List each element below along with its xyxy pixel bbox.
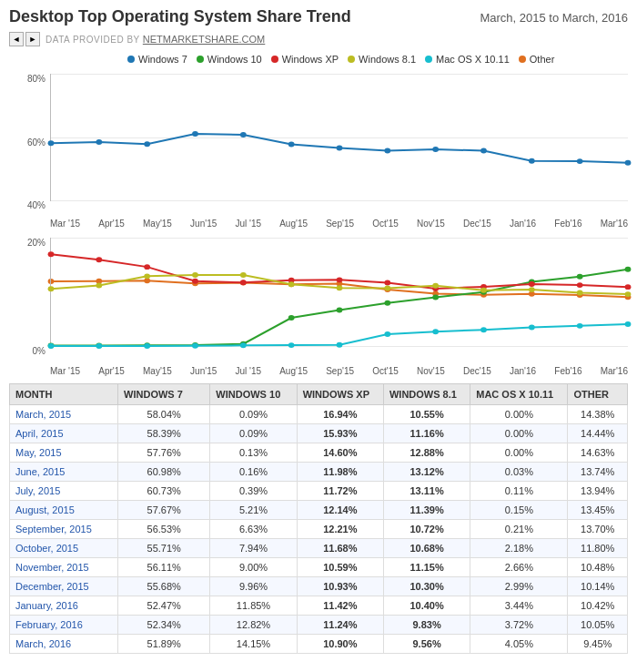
lower-y-0: 0% (18, 346, 46, 356)
table-cell-value: 10.05% (568, 616, 628, 635)
table-cell-value: 11.24% (297, 616, 383, 635)
table-cell-value: 7.94% (210, 539, 297, 558)
table-cell-value: 0.09% (210, 405, 297, 424)
table-cell-value: 9.00% (210, 558, 297, 577)
svg-point-9 (480, 148, 487, 154)
upper-y-60: 60% (18, 137, 46, 148)
svg-point-37 (577, 274, 583, 280)
table-cell-value: 58.04% (118, 405, 210, 424)
table-cell-value: 11.15% (383, 558, 470, 577)
legend-win10: Windows 10 (197, 54, 262, 65)
table-cell-value: 13.11% (383, 482, 470, 501)
nav-left-button[interactable]: ◄ (9, 32, 24, 46)
svg-point-7 (384, 148, 390, 153)
data-table: MONTH WINDOWS 7 WINDOWS 10 WINDOWS XP WI… (9, 383, 628, 654)
table-cell-value: 60.73% (118, 482, 210, 501)
table-cell-month: January, 2016 (10, 596, 118, 616)
upper-x-axis: Mar '15Apr'15May'15Jun'15Jul '15Aug'15Se… (50, 219, 628, 229)
table-cell-value: 0.00% (470, 424, 568, 443)
svg-point-38 (625, 267, 632, 272)
table-cell-value: 4.05% (470, 635, 568, 654)
table-cell-value: 10.30% (383, 577, 470, 596)
table-cell-value: 56.53% (118, 520, 210, 539)
upper-y-80: 80% (18, 74, 46, 84)
legend-mac-label: Mac OS X 10.11 (436, 54, 510, 65)
legend-win10-dot (197, 56, 204, 63)
svg-point-34 (432, 294, 439, 300)
svg-point-56 (240, 272, 247, 278)
svg-point-65 (48, 343, 55, 349)
table-row: June, 201560.98%0.16%11.98%13.12%0.03%13… (10, 463, 628, 482)
table-cell-value: 10.14% (568, 577, 628, 596)
svg-point-72 (384, 331, 390, 337)
table-header: MONTH WINDOWS 7 WINDOWS 10 WINDOWS XP WI… (10, 384, 628, 405)
svg-point-61 (480, 288, 487, 293)
table-cell-month: March, 2015 (10, 405, 118, 424)
table-cell-value: 5.21% (210, 501, 297, 520)
table-cell-value: 10.93% (297, 577, 383, 596)
svg-point-2 (144, 141, 150, 147)
table-cell-value: 52.47% (118, 596, 210, 616)
table-cell-value: 9.83% (383, 616, 470, 635)
svg-point-12 (625, 160, 632, 166)
svg-point-50 (577, 282, 583, 288)
th-win7: WINDOWS 7 (118, 384, 210, 405)
table-cell-month: July, 2015 (10, 482, 118, 501)
table-cell-value: 14.60% (297, 443, 383, 463)
table-row: March, 201651.89%14.15%10.90%9.56%4.05%9… (10, 635, 628, 654)
table-cell-value: 6.63% (210, 520, 297, 539)
table-cell-value: 14.44% (568, 424, 628, 443)
table-cell-value: 3.44% (470, 596, 568, 616)
table-cell-month: March, 2016 (10, 635, 118, 654)
table-cell-value: 51.89% (118, 635, 210, 654)
table-cell-value: 11.85% (210, 596, 297, 616)
lower-chart-inner (50, 238, 628, 347)
nav-right-button[interactable]: ► (25, 32, 40, 46)
lower-x-axis: Mar '15Apr'15May'15Jun'15Jul '15Aug'15Se… (50, 366, 628, 376)
table-cell-value: 10.55% (383, 405, 470, 424)
legend-winxp-dot (271, 56, 278, 63)
svg-point-33 (384, 300, 390, 306)
table-cell-value: 10.90% (297, 635, 383, 654)
table-cell-value: 55.71% (118, 539, 210, 558)
svg-point-40 (96, 257, 102, 262)
table-cell-value: 12.88% (383, 443, 470, 463)
table-cell-value: 9.56% (383, 635, 470, 654)
svg-point-77 (625, 321, 632, 327)
table-cell-value: 0.15% (470, 501, 568, 520)
lower-chart-svg (51, 238, 628, 346)
upper-chart: 80% 60% 40% Mar '15Apr'15May'15Jun'15Jul… (50, 74, 628, 210)
svg-point-0 (48, 140, 55, 146)
table-cell-value: 16.94% (297, 405, 383, 424)
svg-point-74 (480, 327, 487, 332)
table-header-row: MONTH WINDOWS 7 WINDOWS 10 WINDOWS XP WI… (10, 384, 628, 405)
data-source-bar: ◄ ► DATA PROVIDED BY NETMARKETSHARE.COM (0, 30, 637, 50)
nav-arrows: ◄ ► (9, 32, 40, 46)
table-cell-month: May, 2015 (10, 443, 118, 463)
x-axis-label: Oct'15 (372, 366, 399, 376)
x-axis-label: Jun'15 (190, 219, 217, 229)
table-cell-value: 52.34% (118, 616, 210, 635)
table-cell-month: October, 2015 (10, 539, 118, 558)
upper-y-axis: 80% 60% 40% (18, 74, 46, 210)
table-cell-value: 0.00% (470, 443, 568, 463)
legend-win7-label: Windows 7 (138, 54, 187, 65)
svg-point-4 (240, 132, 247, 137)
x-axis-label: Feb'16 (554, 366, 581, 376)
table-cell-value: 14.15% (210, 635, 297, 654)
table-cell-value: 0.09% (210, 424, 297, 443)
x-axis-label: Mar'16 (601, 219, 628, 229)
svg-point-53 (96, 283, 102, 289)
table-cell-value: 11.42% (297, 596, 383, 616)
table-cell-value: 57.76% (118, 443, 210, 463)
table-cell-value: 11.80% (568, 539, 628, 558)
legend-mac: Mac OS X 10.11 (425, 54, 510, 65)
table-cell-value: 0.11% (470, 482, 568, 501)
data-source-link[interactable]: NETMARKETSHARE.COM (143, 34, 265, 45)
upper-chart-inner (50, 74, 628, 201)
x-axis-label: Feb'16 (554, 219, 581, 229)
table-cell-month: December, 2015 (10, 577, 118, 596)
svg-point-11 (577, 158, 583, 164)
th-win10: WINDOWS 10 (210, 384, 297, 405)
table-cell-value: 9.45% (568, 635, 628, 654)
